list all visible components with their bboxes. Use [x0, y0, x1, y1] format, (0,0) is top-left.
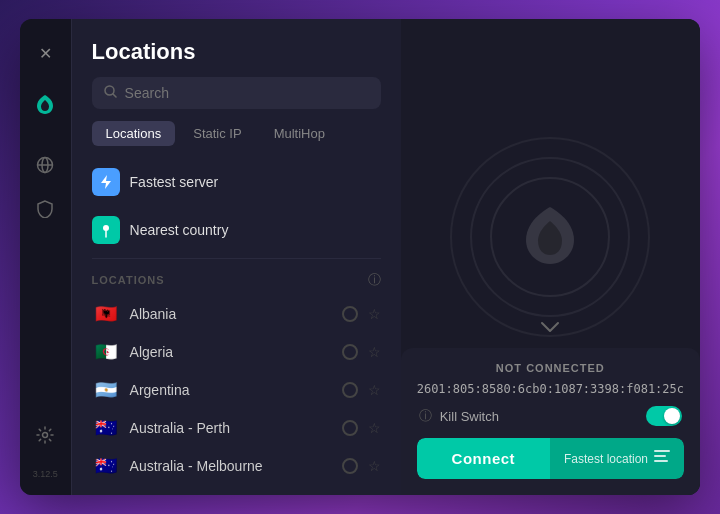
page-title: Locations — [92, 39, 381, 65]
pin-icon — [92, 216, 120, 244]
algeria-flag: 🇩🇿 — [92, 342, 120, 362]
search-bar — [92, 77, 381, 109]
header: Locations Locations Static IP MultiHop — [72, 19, 401, 158]
au-perth-flag: 🇦🇺 — [92, 418, 120, 438]
location-list: Fastest server Nearest country LOCATIONS… — [72, 158, 401, 495]
search-input[interactable] — [125, 85, 369, 101]
circle-inner — [490, 177, 610, 297]
list-item[interactable]: 🇦🇱 Albania ☆ — [84, 295, 389, 333]
argentina-flag: 🇦🇷 — [92, 380, 120, 400]
tab-locations[interactable]: Locations — [92, 121, 176, 146]
kill-switch-info-icon[interactable]: ⓘ — [419, 407, 432, 425]
connection-status: NOT CONNECTED — [417, 362, 684, 374]
list-item[interactable]: 🇦🇷 Argentina ☆ — [84, 371, 389, 409]
au-melbourne-radio[interactable] — [342, 458, 358, 474]
fastest-server-item[interactable]: Fastest server — [84, 158, 389, 206]
vpn-logo-background — [450, 137, 650, 337]
circle-outer — [450, 137, 650, 337]
menu-lines-icon — [654, 450, 670, 467]
list-item[interactable]: 🇦🇺 Australia - Melbourne ☆ — [84, 447, 389, 485]
ip-address: 2601:805:8580:6cb0:1087:3398:f081:25c — [417, 382, 684, 396]
connect-button[interactable]: Connect — [417, 438, 550, 479]
svg-rect-8 — [654, 455, 666, 457]
sidebar-bottom: 3.12.5 — [27, 417, 63, 479]
bottom-panel: NOT CONNECTED 2601:805:8580:6cb0:1087:33… — [401, 348, 700, 495]
kill-switch-row: ⓘ Kill Switch — [417, 406, 684, 426]
fastest-location-label: Fastest location — [564, 452, 648, 466]
svg-rect-7 — [654, 450, 670, 452]
albania-star[interactable]: ☆ — [368, 306, 381, 322]
albania-label: Albania — [130, 306, 332, 322]
au-melbourne-star[interactable]: ☆ — [368, 458, 381, 474]
tab-static-ip[interactable]: Static IP — [179, 121, 255, 146]
app-window: ✕ 3.12.5 — [20, 19, 700, 495]
albania-flag: 🇦🇱 — [92, 304, 120, 324]
algeria-radio[interactable] — [342, 344, 358, 360]
search-icon — [104, 85, 117, 101]
au-adelaide-flag: 🇦🇺 — [92, 494, 120, 495]
sidebar: ✕ 3.12.5 — [20, 19, 72, 495]
kill-switch-toggle[interactable] — [646, 406, 682, 426]
lightning-icon — [92, 168, 120, 196]
surfshark-logo-icon[interactable] — [27, 87, 63, 123]
nearest-country-label: Nearest country — [130, 222, 229, 238]
svg-point-3 — [43, 433, 48, 438]
main-content: Locations Locations Static IP MultiHop — [72, 19, 401, 495]
close-button[interactable]: ✕ — [27, 35, 63, 71]
argentina-radio[interactable] — [342, 382, 358, 398]
globe-icon-button[interactable] — [27, 147, 63, 183]
au-perth-label: Australia - Perth — [130, 420, 332, 436]
tab-multihop[interactable]: MultiHop — [260, 121, 339, 146]
fastest-location-button[interactable]: Fastest location — [550, 438, 684, 479]
argentina-label: Argentina — [130, 382, 332, 398]
au-perth-star[interactable]: ☆ — [368, 420, 381, 436]
algeria-label: Algeria — [130, 344, 332, 360]
list-item[interactable]: 🇦🇺 Australia - Perth ☆ — [84, 409, 389, 447]
info-icon[interactable]: ⓘ — [368, 271, 381, 289]
settings-icon-button[interactable] — [27, 417, 63, 453]
albania-radio[interactable] — [342, 306, 358, 322]
list-item[interactable]: 🇩🇿 Algeria ☆ — [84, 333, 389, 371]
list-item[interactable]: 🇦🇺 Australia - Adelaide ☆ — [84, 485, 389, 495]
right-panel: NOT CONNECTED 2601:805:8580:6cb0:1087:33… — [401, 19, 700, 495]
chevron-down-icon[interactable] — [540, 317, 560, 338]
svg-line-5 — [113, 94, 116, 97]
fastest-server-label: Fastest server — [130, 174, 219, 190]
circle-middle — [470, 157, 630, 317]
connect-row: Connect Fastest location — [417, 438, 684, 479]
au-perth-radio[interactable] — [342, 420, 358, 436]
divider — [92, 258, 381, 259]
shield-icon-button[interactable] — [27, 191, 63, 227]
toggle-thumb — [664, 408, 680, 424]
tab-bar: Locations Static IP MultiHop — [92, 121, 381, 146]
au-melbourne-flag: 🇦🇺 — [92, 456, 120, 476]
version-label: 3.12.5 — [33, 469, 58, 479]
au-melbourne-label: Australia - Melbourne — [130, 458, 332, 474]
kill-switch-label: Kill Switch — [440, 409, 638, 424]
section-label: LOCATIONS — [92, 274, 165, 286]
svg-rect-9 — [654, 460, 668, 462]
algeria-star[interactable]: ☆ — [368, 344, 381, 360]
svg-point-6 — [103, 225, 109, 231]
vpn-logo-icon — [515, 202, 585, 272]
nearest-country-item[interactable]: Nearest country — [84, 206, 389, 254]
argentina-star[interactable]: ☆ — [368, 382, 381, 398]
section-header: LOCATIONS ⓘ — [84, 263, 389, 295]
